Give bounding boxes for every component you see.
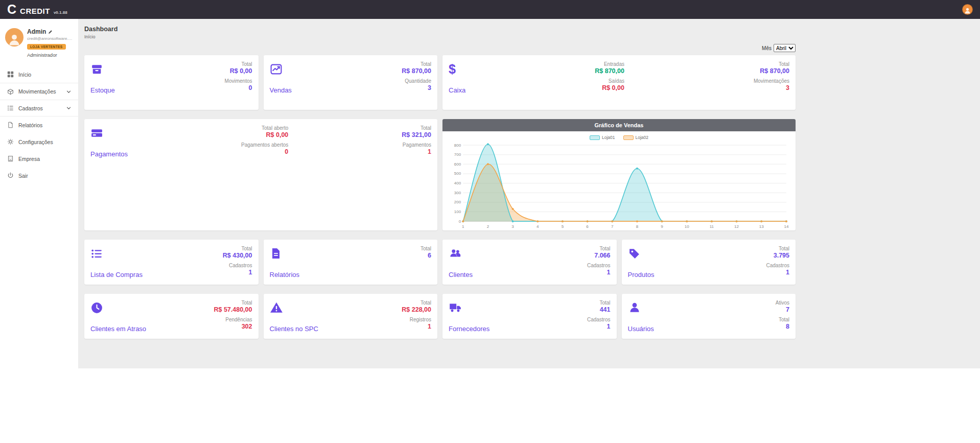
stat-label: Total [402,125,431,131]
svg-text:4: 4 [536,224,539,229]
chevron-down-icon [66,105,72,111]
warning-icon [270,300,318,315]
svg-text:300: 300 [454,191,461,195]
stat-value: 302 [214,323,252,330]
sidebar: Admin credit@anronsoftware.co... LOJA VE… [0,19,78,443]
card-title[interactable]: Produtos [628,271,655,278]
sidebar-item-relatorios[interactable]: Relatórios [0,116,78,133]
dollar-icon: $ [449,61,465,77]
box-icon [7,88,14,95]
dashboard-content: Dashboard Início Mês Abril EstoqueTotalR… [78,19,980,368]
legend-item-loja01[interactable]: Loja01 [590,135,615,140]
stat-label: Movimentações [754,78,789,84]
stat-label: Total [402,61,431,67]
sales-chart-card: Gráfico de Vendas Loja01 Loja02 [442,119,796,230]
card-title[interactable]: Lista de Compras [90,271,143,278]
sidebar-item-inicio[interactable]: Início [0,66,78,83]
chevron-down-icon [66,89,72,95]
stat-label: Total [402,300,431,306]
sidebar-item-label: Início [18,72,31,78]
svg-text:5: 5 [562,224,564,229]
card-title[interactable]: Clientes em Atraso [90,325,146,333]
building-icon [7,155,14,162]
sidebar-item-label: Cadastros [18,105,43,111]
stat-column: Total7.066Cadastros1 [578,246,611,276]
stat-label: Cadastros [587,317,611,322]
card-clientes: ClientesTotal7.066Cadastros1 [442,240,617,285]
card-title[interactable]: Relatórios [270,271,300,278]
app-version: v0.1.88 [54,10,67,15]
legend-swatch-loja01 [590,135,600,140]
month-select[interactable]: Abril [774,44,796,52]
stat-value: 1 [766,269,789,276]
sales-chart-title: Gráfico de Vendas [442,119,796,131]
card-title[interactable]: Fornecedores [449,325,489,333]
stat-column: EntradasR$ 870,00SaídasR$ 0,00 [586,61,624,91]
stat-label: Movimentos [225,78,252,84]
card-title[interactable]: Estoque [90,86,115,94]
stat-label: Registros [402,317,431,322]
stat-value: R$ 870,00 [754,67,789,75]
stat-value: R$ 0,00 [225,67,252,75]
stat-column: TotalR$ 0,00Movimentos0 [216,61,252,91]
user-icon [628,300,654,315]
user-icon [7,32,21,46]
card-usuarios: UsuáriosAtivos7Total8 [622,294,796,339]
card-title[interactable]: Vendas [270,86,292,94]
stat-value: 7 [776,306,789,313]
stat-value: 3 [402,84,431,91]
stat-column: TotalR$ 430,00Cadastros1 [214,246,252,276]
sidebar-item-movimentacoes[interactable]: Movimentações [0,83,78,100]
sidebar-item-label: Relatórios [18,122,42,128]
truck-icon [449,300,489,315]
svg-text:12: 12 [734,224,739,229]
user-name: Admin [27,28,46,35]
topbar: C CREDIT v0.1.88 [0,0,980,19]
profile-avatar[interactable] [5,28,24,46]
card-title[interactable]: Clientes no SPC [270,325,318,333]
card-caixa: $CaixaEntradasR$ 870,00SaídasR$ 0,00Tota… [442,55,796,110]
svg-text:3: 3 [511,224,514,229]
listsm-icon [7,105,14,111]
user-avatar[interactable] [962,4,973,15]
stat-column: TotalR$ 870,00Movimentações3 [744,61,789,91]
svg-text:7: 7 [611,224,614,229]
sidebar-item-configuracoes[interactable]: Configurações [0,133,78,150]
card-title[interactable]: Pagamentos [90,150,128,158]
filesm-icon [7,122,14,128]
svg-text:13: 13 [759,224,764,229]
chart-icon [270,61,292,77]
sidebar-item-cadastros[interactable]: Cadastros [0,100,78,116]
svg-text:400: 400 [454,181,461,185]
edit-profile-icon[interactable] [48,30,53,34]
svg-text:0: 0 [459,219,461,224]
stat-value: 1 [402,323,431,330]
stat-value: 1 [587,323,611,330]
legend-item-loja02[interactable]: Loja02 [623,135,649,140]
svg-text:500: 500 [454,171,461,176]
svg-text:800: 800 [454,143,461,148]
card-relatorios: RelatóriosTotal6 [264,240,438,285]
svg-text:100: 100 [454,209,461,214]
legend-swatch-loja02 [623,135,634,140]
stat-label: Saídas [595,78,624,84]
stat-column: Ativos7Total8 [766,300,789,330]
stat-label: Total [225,61,252,67]
svg-text:2: 2 [487,224,489,229]
stat-label: Pagamentos [402,142,431,148]
sidebar-item-empresa[interactable]: Empresa [0,150,78,167]
tag-icon [628,246,655,261]
stat-column: Total441Cadastros1 [578,300,611,330]
cards-row-2: PagamentosTotal abertoR$ 0,00Pagamentos … [84,119,796,230]
stat-label: Total [421,246,431,251]
card-title[interactable]: Clientes [449,271,473,278]
svg-text:9: 9 [661,224,663,229]
svg-text:11: 11 [710,224,714,229]
stat-value: 3 [754,84,789,91]
app-logo[interactable]: C CREDIT v0.1.88 [7,0,67,19]
stat-value: 1 [587,269,611,276]
card-title[interactable]: Caixa [449,86,465,94]
stat-column: TotalR$ 57.480,00Pendências302 [204,300,252,330]
sidebar-item-sair[interactable]: Sair [0,167,78,184]
card-title[interactable]: Usuários [628,325,654,333]
